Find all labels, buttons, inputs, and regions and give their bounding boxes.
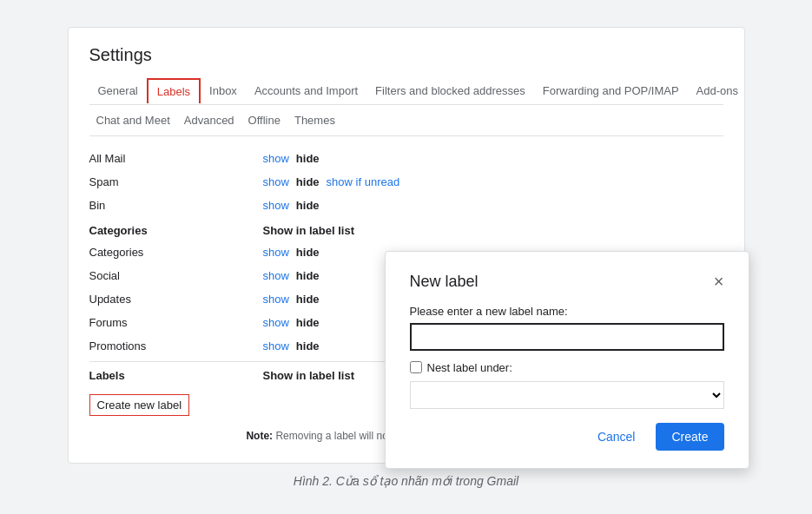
tab-forwarding[interactable]: Forwarding and POP/IMAP <box>534 77 688 104</box>
updates-actions: show hide <box>263 293 320 306</box>
new-label-input[interactable] <box>410 323 724 351</box>
tab-filters[interactable]: Filters and blocked addresses <box>366 77 534 104</box>
labels-show-label-list-header: Show in label list <box>263 369 402 382</box>
nest-label-dropdown[interactable] <box>410 381 724 409</box>
modal-box: New label × Please enter a new label nam… <box>385 251 749 469</box>
create-new-label-button[interactable]: Create new label <box>89 394 190 416</box>
tab-addons[interactable]: Add-ons <box>688 77 747 104</box>
forums-item: Forums <box>89 316 263 329</box>
spam-actions: show hide show if unread <box>263 175 400 188</box>
promotions-item: Promotions <box>89 339 263 353</box>
note-bold: Note: <box>246 430 273 442</box>
nest-label-row: Nest label under: <box>410 361 724 374</box>
forums-show[interactable]: show <box>263 316 289 329</box>
spam-show-if-unread[interactable]: show if unread <box>327 175 400 188</box>
tab-general[interactable]: General <box>89 77 147 104</box>
categories-item: Categories <box>89 246 263 259</box>
categories-header-row: Categories Show in label list <box>89 217 723 241</box>
tab-offline[interactable]: Offline <box>241 110 287 130</box>
promotions-actions: show hide <box>263 339 320 353</box>
page-wrapper: Settings General Labels Inbox Accounts a… <box>0 10 812 505</box>
promotions-show[interactable]: show <box>263 339 289 353</box>
forums-actions: show hide <box>263 316 320 329</box>
updates-show[interactable]: show <box>263 293 289 306</box>
tab-labels[interactable]: Labels <box>147 78 201 103</box>
spam-label: Spam <box>89 175 263 188</box>
modal-header: New label × <box>410 273 724 291</box>
modal-close-button[interactable]: × <box>714 273 724 290</box>
create-button[interactable]: Create <box>656 423 723 451</box>
categories-actions: show hide <box>263 246 320 259</box>
labels-col-header: Labels <box>89 369 263 382</box>
content-area: All Mail show hide Spam show hide show i… <box>89 147 723 442</box>
categories-header: Categories <box>89 224 263 237</box>
modal-buttons: Cancel Create <box>410 423 724 451</box>
settings-panel: Settings General Labels Inbox Accounts a… <box>68 27 745 464</box>
tab-accounts[interactable]: Accounts and Import <box>246 77 366 104</box>
tab-advanced[interactable]: Advanced <box>177 110 241 130</box>
spam-row: Spam show hide show if unread <box>89 170 723 194</box>
bin-row: Bin show hide <box>89 194 723 217</box>
tabs-row1: General Labels Inbox Accounts and Import… <box>89 77 723 105</box>
tab-themes[interactable]: Themes <box>287 110 342 130</box>
bin-label: Bin <box>89 199 263 212</box>
spam-show[interactable]: show <box>263 175 289 188</box>
categories-col-header: Show in label list <box>263 224 354 237</box>
categories-show[interactable]: show <box>263 246 289 259</box>
social-hide[interactable]: hide <box>296 269 320 282</box>
new-label-modal: New label × Please enter a new label nam… <box>385 251 749 469</box>
categories-hide[interactable]: hide <box>296 246 320 259</box>
social-show[interactable]: show <box>263 269 289 282</box>
bin-hide[interactable]: hide <box>296 199 320 212</box>
updates-item: Updates <box>89 293 263 306</box>
updates-hide[interactable]: hide <box>296 293 320 306</box>
social-item: Social <box>89 269 263 282</box>
tab-inbox[interactable]: Inbox <box>201 77 246 104</box>
modal-prompt: Please enter a new label name: <box>410 305 724 318</box>
caption: Hình 2. Cửa sổ tạo nhãn mới trong Gmail <box>294 474 518 488</box>
all-mail-hide[interactable]: hide <box>296 152 320 165</box>
promotions-hide[interactable]: hide <box>296 339 320 353</box>
all-mail-show[interactable]: show <box>263 152 289 165</box>
tab-chat[interactable]: Chat and Meet <box>89 110 177 130</box>
spam-hide[interactable]: hide <box>296 175 320 188</box>
all-mail-label: All Mail <box>89 152 263 165</box>
bin-actions: show hide <box>263 199 320 212</box>
tabs-row2: Chat and Meet Advanced Offline Themes <box>89 105 723 136</box>
all-mail-row: All Mail show hide <box>89 147 723 170</box>
bin-show[interactable]: show <box>263 199 289 212</box>
nest-label-checkbox-label: Nest label under: <box>427 361 512 374</box>
social-actions: show hide <box>263 269 320 282</box>
nest-label-checkbox[interactable] <box>410 361 422 373</box>
cancel-button[interactable]: Cancel <box>587 425 646 449</box>
modal-title: New label <box>410 273 479 291</box>
all-mail-actions: show hide <box>263 152 320 165</box>
settings-title: Settings <box>89 45 723 65</box>
forums-hide[interactable]: hide <box>296 316 320 329</box>
